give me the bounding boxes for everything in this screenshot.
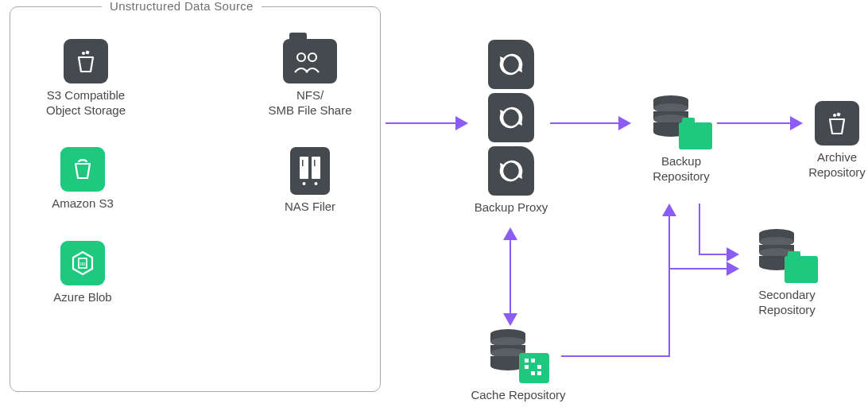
node-cache-repo: Cache Repository xyxy=(463,328,574,403)
svg-rect-5 xyxy=(85,50,89,54)
svg-point-13 xyxy=(303,182,306,185)
node-secondary-repo: SecondaryRepository xyxy=(739,227,835,318)
proxy-icon xyxy=(473,40,549,196)
svg-rect-51 xyxy=(537,371,541,375)
svg-point-30 xyxy=(833,114,836,117)
repo-icon xyxy=(650,94,712,149)
node-s3-compatible: S3 CompatibleObject Storage xyxy=(26,39,145,118)
node-backup-proxy: Backup Proxy xyxy=(473,40,549,215)
bucket-icon xyxy=(60,147,105,192)
svg-point-10 xyxy=(308,53,316,61)
svg-rect-16 xyxy=(314,160,316,166)
svg-point-4 xyxy=(82,52,85,55)
node-label: Cache Repository xyxy=(463,388,574,403)
svg-rect-12 xyxy=(312,157,320,179)
svg-point-9 xyxy=(297,53,305,61)
svg-text:1001: 1001 xyxy=(77,262,88,266)
svg-rect-31 xyxy=(836,112,840,116)
svg-rect-50 xyxy=(531,371,535,375)
node-archive-repo: ArchiveRepository xyxy=(801,101,868,180)
blob-icon: 1001 xyxy=(60,241,105,285)
svg-rect-48 xyxy=(525,365,529,369)
svg-rect-11 xyxy=(300,157,308,179)
node-label: Amazon S3 xyxy=(35,196,130,211)
cache-icon xyxy=(487,328,549,383)
archive-icon xyxy=(815,101,859,145)
node-nas-filer: NAS Filer xyxy=(262,147,358,215)
node-label: NAS Filer xyxy=(262,200,358,215)
node-label: NFS/SMB File Share xyxy=(250,88,370,118)
node-label: ArchiveRepository xyxy=(801,150,868,180)
bucket-icon xyxy=(64,39,108,83)
svg-rect-49 xyxy=(537,365,541,369)
node-label: S3 CompatibleObject Storage xyxy=(26,88,145,118)
node-label: Backup Proxy xyxy=(473,200,549,215)
svg-rect-15 xyxy=(302,160,304,166)
nas-icon xyxy=(290,147,330,195)
node-label: SecondaryRepository xyxy=(739,288,835,318)
node-label: Azure Blob xyxy=(35,290,130,305)
node-backup-repo: BackupRepository xyxy=(634,94,729,184)
svg-point-14 xyxy=(315,182,318,185)
repo-icon xyxy=(756,227,818,283)
node-azure-blob: 1001 Azure Blob xyxy=(35,241,130,305)
fileshare-icon xyxy=(283,39,337,83)
node-amazon-s3: Amazon S3 xyxy=(35,147,130,211)
svg-rect-47 xyxy=(531,359,535,363)
svg-rect-46 xyxy=(525,359,529,363)
source-group-title: Unstructured Data Source xyxy=(102,0,262,13)
node-label: BackupRepository xyxy=(634,154,729,184)
node-nfs-smb: NFS/SMB File Share xyxy=(250,39,370,118)
